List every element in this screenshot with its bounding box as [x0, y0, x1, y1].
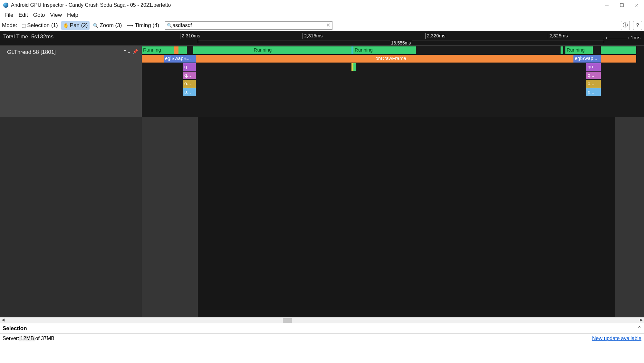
close-button[interactable]: [629, 0, 644, 10]
menu-edit[interactable]: Edit: [16, 11, 30, 20]
horizontal-scrollbar[interactable]: ◀ ▶: [0, 317, 644, 323]
toolbar: Mode: ⬚Selection (1) ✋Pan (2) 🔍Zoom (3) …: [0, 20, 644, 31]
mode-zoom-label: Zoom (3): [100, 22, 122, 29]
menu-file[interactable]: File: [2, 11, 16, 20]
zoom-icon: 🔍: [93, 23, 98, 28]
server-mem-total: of 37MB: [35, 336, 54, 341]
help-button[interactable]: ?: [633, 21, 642, 30]
trace-span[interactable]: [142, 55, 164, 63]
server-label: Server:: [3, 336, 19, 341]
ruler-tick: 2,310ms: [180, 33, 200, 39]
trace-span[interactable]: Running: [142, 46, 174, 54]
trace-span[interactable]: Running: [193, 46, 332, 54]
trace-span[interactable]: q...: [586, 72, 601, 79]
trace-span[interactable]: o...: [183, 80, 196, 88]
thread-name: GLThread 58 [1801]: [7, 49, 56, 55]
scroll-left-icon[interactable]: ◀: [0, 318, 6, 323]
trace-span[interactable]: o...: [586, 80, 601, 88]
mode-timing[interactable]: ⟶Timing (4): [125, 21, 161, 30]
trace-span[interactable]: q...: [183, 63, 196, 71]
collapse-icon[interactable]: ⌃⌄: [123, 49, 131, 54]
info-button[interactable]: ⓘ: [621, 21, 630, 30]
trace-area[interactable]: Total Time: 5s132ms 1ms 2,310ms2,315ms2,…: [0, 31, 644, 317]
trace-span[interactable]: p...: [586, 88, 601, 96]
ruler-tick: 2,315ms: [303, 33, 323, 39]
trace-span[interactable]: q...: [183, 72, 196, 79]
trace-span[interactable]: [601, 55, 636, 63]
search-input[interactable]: [165, 21, 332, 30]
trace-span[interactable]: [561, 46, 563, 54]
menu-help[interactable]: Help: [64, 11, 81, 20]
visible-range-bar: 16.555ms: [198, 41, 604, 44]
selection-panel-header[interactable]: Selection ⌃: [0, 323, 644, 333]
search-clear-icon[interactable]: ✕: [326, 22, 331, 28]
title-bar: Android GPU Inspector - Candy Crush Soda…: [0, 0, 644, 10]
search-icon: 🔍: [167, 23, 172, 28]
trace-span[interactable]: Running: [565, 46, 593, 54]
server-mem-used: 12MB: [19, 336, 35, 341]
menu-view[interactable]: View: [48, 11, 65, 20]
scroll-thumb[interactable]: [283, 318, 292, 323]
thread-header[interactable]: GLThread 58 [1801] ⌃⌄ 📌: [0, 46, 142, 117]
minimize-button[interactable]: [600, 0, 614, 10]
app-icon: [3, 3, 8, 8]
mode-zoom[interactable]: 🔍Zoom (3): [91, 21, 124, 30]
scroll-right-icon[interactable]: ▶: [638, 318, 644, 323]
selection-title: Selection: [3, 325, 27, 332]
range-label: 16.555ms: [390, 40, 412, 45]
menu-bar: File Edit Goto View Help: [0, 10, 644, 20]
mode-pan[interactable]: ✋Pan (2): [61, 21, 90, 30]
pin-icon[interactable]: 📌: [132, 49, 138, 54]
mode-label: Mode:: [2, 22, 17, 29]
pan-icon: ✋: [63, 23, 69, 28]
maximize-button[interactable]: [614, 0, 629, 10]
window-title: Android GPU Inspector - Candy Crush Soda…: [11, 2, 171, 8]
trace-span[interactable]: p...: [183, 88, 196, 96]
status-bar: Server: 12MB of 37MB New update availabl…: [0, 333, 644, 343]
trace-span[interactable]: [353, 63, 356, 71]
selection-icon: ⬚: [22, 23, 26, 28]
mode-timing-label: Timing (4): [135, 22, 159, 29]
trace-span[interactable]: Running: [353, 46, 416, 54]
timing-icon: ⟶: [127, 23, 133, 28]
thread-row[interactable]: RunningRunningRunningRunningRunningeglSw…: [142, 46, 644, 117]
trace-span[interactable]: eglSwapB...: [164, 55, 196, 63]
trace-span[interactable]: [174, 46, 178, 54]
svg-rect-1: [620, 4, 623, 7]
tracks-viewport[interactable]: RunningRunningRunningRunningRunningeglSw…: [142, 46, 644, 317]
update-link[interactable]: New update available: [592, 336, 641, 341]
ruler-tick: 2,325ms: [548, 33, 568, 39]
track-header-column: GLThread 58 [1801] ⌃⌄ 📌: [0, 46, 142, 317]
trace-span[interactable]: onDrawFrame: [196, 55, 586, 63]
trace-span[interactable]: eglSwap...: [573, 55, 601, 63]
chevron-up-icon[interactable]: ⌃: [637, 325, 641, 331]
trace-span[interactable]: [601, 46, 636, 54]
trace-span[interactable]: qu...: [586, 63, 601, 71]
mode-pan-label: Pan (2): [70, 22, 88, 29]
mode-selection-label: Selection (1): [27, 22, 58, 29]
trace-span[interactable]: [178, 46, 187, 54]
menu-goto[interactable]: Goto: [31, 11, 48, 20]
mode-selection[interactable]: ⬚Selection (1): [20, 21, 60, 30]
ruler-tick: 2,320ms: [425, 33, 446, 39]
